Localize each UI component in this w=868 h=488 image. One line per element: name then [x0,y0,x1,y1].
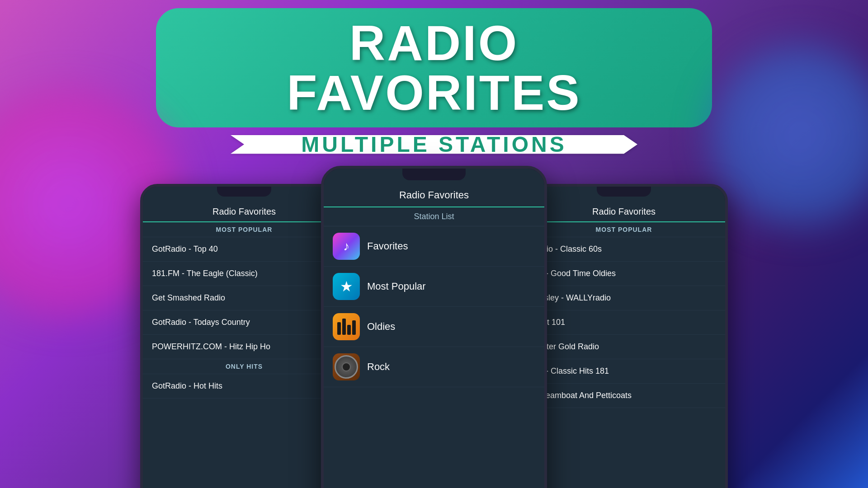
header-banner: RADIO FAVORITES [156,8,712,127]
station-list: ♪ Favorites ★ Most Popular [324,226,544,488]
station-name: GotRadio - Top 40 [152,244,218,253]
favorites-icon: ♪ [333,233,360,260]
left-most-popular-label: MOST POPULAR [143,222,345,237]
station-name: GotRadio - Hot Hits [152,381,222,390]
station-list-label: Station List [414,212,454,221]
list-item[interactable]: FM - Good Time Oldies [523,262,725,286]
radio-inner [342,362,351,371]
list-item[interactable]: boldt 101 [523,310,725,335]
center-phone-screen: Radio Favorites Station List ♪ Favorites [324,169,544,488]
bar [342,319,346,335]
right-phone-title: Radio Favorites [592,206,656,216]
bar [352,320,356,335]
station-name: POWERHITZ.COM - Hitz Hip Ho [152,342,270,351]
right-phone-notch [597,187,651,197]
station-name: GotRadio - Todays Country [152,318,250,327]
left-phone-notch [217,187,271,197]
list-item[interactable]: * Dreamboat And Petticoats [523,384,725,408]
popular-icon: ★ [333,273,360,300]
subtitle-text: MULTIPLE STATIONS [301,132,566,157]
left-phone-screen: Radio Favorites MOST POPULAR GotRadio - … [143,187,345,488]
list-item[interactable]: 181.FM - The Eagle (Classic) [143,262,345,286]
phones-container: Radio Favorites MOST POPULAR GotRadio - … [140,166,728,488]
list-item[interactable]: Presley - WALLYradio [523,286,725,310]
list-item[interactable]: ewater Gold Radio [523,335,725,359]
station-name: Get Smashed Radio [152,293,225,302]
center-phone-title: Radio Favorites [399,189,469,201]
right-phone: Radio Favorites MOST POPULAR Radio - Cla… [520,184,728,488]
subtitle-ribbon: MULTIPLE STATIONS [231,132,637,157]
list-item[interactable]: Oldies [324,307,544,347]
station-name: Most Popular [367,281,426,292]
right-phone-screen: Radio Favorites MOST POPULAR Radio - Cla… [523,187,725,488]
center-phone-subheader: Station List [324,207,544,226]
bar [337,322,341,335]
list-item[interactable]: POWERHITZ.COM - Hitz Hip Ho [143,335,345,359]
list-item[interactable]: ♪ Favorites [324,226,544,267]
page-container: RADIO FAVORITES MULTIPLE STATIONS Radio … [0,0,868,488]
station-name: Favorites [367,240,408,252]
list-item[interactable]: ★ Most Popular [324,267,544,307]
bg-decoration-right [710,45,868,226]
center-phone-header: Radio Favorites [324,182,544,207]
star-icon: ★ [340,278,353,295]
list-item[interactable]: GotRadio - Todays Country [143,310,345,335]
oldies-icon [333,313,360,340]
list-item[interactable]: GotRadio - Hot Hits [143,374,345,399]
main-title: RADIO FAVORITES [201,18,667,117]
list-item[interactable]: GotRadio - Top 40 [143,237,345,262]
left-phone: Radio Favorites MOST POPULAR GotRadio - … [140,184,348,488]
station-name: 181.FM - The Eagle (Classic) [152,269,258,278]
station-name: Rock [367,361,390,373]
left-phone-header: Radio Favorites [143,200,345,222]
bars-icon [337,319,356,335]
bar [347,325,351,335]
music-note-icon: ♪ [343,239,349,253]
list-item[interactable]: Radio - Classic 60s [523,237,725,262]
left-only-hits-label: ONLY HITS [143,359,345,374]
rock-icon [333,353,360,380]
station-name: Oldies [367,321,395,333]
list-item[interactable]: Rock [324,347,544,387]
list-item[interactable]: FM - Classic Hits 181 [523,359,725,384]
list-item[interactable]: Get Smashed Radio [143,286,345,310]
center-phone: Radio Favorites Station List ♪ Favorites [321,166,547,488]
right-phone-header: Radio Favorites [523,200,725,222]
radio-circle [335,355,358,379]
left-phone-title: Radio Favorites [212,206,276,216]
right-most-popular-label: MOST POPULAR [523,222,725,237]
center-phone-notch [402,169,466,180]
